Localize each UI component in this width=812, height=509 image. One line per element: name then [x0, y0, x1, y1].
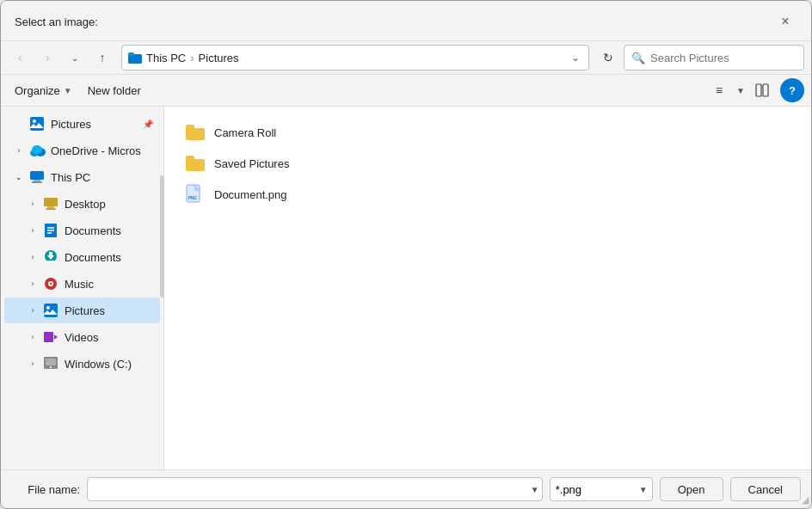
search-box: 🔍: [624, 45, 804, 71]
svg-rect-2: [756, 84, 761, 96]
address-path: This PC › Pictures: [146, 52, 564, 64]
documents-icon: [42, 222, 59, 239]
folder-icon-camera-roll: [185, 122, 206, 143]
search-icon: 🔍: [631, 52, 645, 64]
png-file-icon: PNG: [185, 184, 206, 205]
resize-handle[interactable]: ◢: [802, 494, 809, 506]
expand-arrow-thispc: ⌄: [11, 173, 27, 181]
sidebar-item-documents[interactable]: › Documents: [4, 218, 160, 243]
main-content: Pictures 📌 › OneDrive - Micros ⌄: [1, 107, 811, 469]
organize-label: Organize: [15, 84, 60, 97]
svg-point-31: [50, 366, 52, 368]
sidebar-label-pictures-pinned: Pictures: [51, 118, 141, 131]
windows-icon: [42, 355, 59, 372]
svg-rect-1: [128, 52, 134, 56]
file-item-document-png[interactable]: PNG Document.png: [178, 179, 797, 210]
pin-icon: 📌: [143, 120, 153, 129]
pictures-pc-icon: [42, 302, 59, 319]
svg-rect-13: [47, 206, 54, 208]
help-button[interactable]: ?: [780, 78, 804, 102]
filename-input[interactable]: [87, 477, 543, 501]
svg-point-27: [46, 306, 50, 310]
view-dropdown-button[interactable]: ▼: [733, 78, 748, 102]
refresh-button[interactable]: ↻: [596, 46, 620, 70]
svg-rect-11: [32, 181, 42, 183]
svg-rect-10: [34, 180, 40, 181]
videos-icon: [42, 328, 59, 346]
address-thispc[interactable]: This PC: [146, 52, 186, 64]
pictures-icon: [28, 115, 46, 132]
filename-wrapper: ▼: [87, 477, 543, 501]
svg-rect-9: [30, 171, 44, 180]
sidebar-item-pictures-pinned[interactable]: Pictures 📌: [4, 111, 160, 137]
svg-text:PNG: PNG: [188, 196, 197, 200]
sidebar-label-desktop: Desktop: [65, 198, 153, 211]
actionbar: Organize ▼ New folder ≡ ▼ ?: [1, 75, 811, 107]
sidebar-item-onedrive[interactable]: › OneDrive - Micros: [4, 138, 160, 163]
onedrive-icon: [28, 142, 46, 159]
sidebar-label-onedrive: OneDrive - Micros: [51, 144, 153, 157]
sidebar-container: Pictures 📌 › OneDrive - Micros ⌄: [1, 107, 164, 469]
sidebar-item-thispc[interactable]: ⌄ This PC: [4, 164, 160, 190]
music-icon: [42, 275, 59, 292]
folder-icon-saved-pictures: [185, 153, 206, 174]
desktop-icon: [42, 195, 59, 212]
sidebar-item-videos[interactable]: › Videos: [4, 324, 160, 350]
file-area: Camera Roll Saved Pictures PNG Doc: [164, 107, 811, 469]
address-dropdown-button[interactable]: ⌄: [568, 50, 583, 65]
recent-button[interactable]: ⌄: [63, 46, 87, 70]
svg-rect-12: [44, 198, 58, 206]
svg-rect-26: [44, 304, 58, 317]
expand-arrow-music: ›: [25, 279, 40, 288]
sidebar-label-videos: Videos: [65, 331, 153, 344]
filetype-select[interactable]: *.png *.jpg *.bmp *.gif All files: [550, 477, 653, 501]
svg-rect-4: [30, 117, 44, 131]
svg-rect-32: [46, 359, 56, 365]
dialog-title: Select an image:: [15, 15, 98, 28]
open-button[interactable]: Open: [660, 477, 723, 501]
new-folder-label: New folder: [88, 84, 141, 97]
navbar: ‹ › ⌄ ↑ This PC › Pictures ⌄ ↻ 🔍: [1, 41, 811, 75]
expand-arrow-videos: ›: [25, 333, 40, 341]
filetype-wrapper: *.png *.jpg *.bmp *.gif All files ▼: [550, 477, 653, 501]
cancel-button[interactable]: Cancel: [730, 477, 801, 501]
svg-point-25: [50, 283, 52, 285]
search-input[interactable]: [650, 52, 797, 64]
up-button[interactable]: ↑: [90, 46, 114, 70]
sidebar-item-music[interactable]: › Music: [4, 271, 160, 297]
sidebar-label-thispc: This PC: [51, 171, 153, 184]
view-panel-button[interactable]: [749, 78, 775, 102]
file-name-camera-roll: Camera Roll: [214, 126, 276, 139]
view-list-button[interactable]: ≡: [706, 78, 732, 102]
titlebar: Select an image: ×: [1, 1, 811, 41]
filename-dropdown-button[interactable]: ▼: [531, 485, 539, 494]
sidebar-item-windows[interactable]: › Windows (C:): [4, 351, 160, 377]
file-name-document-png: Document.png: [214, 188, 287, 201]
forward-button[interactable]: ›: [35, 46, 59, 70]
sidebar-item-downloads[interactable]: › Documents: [4, 244, 160, 270]
sidebar-item-desktop[interactable]: › Desktop: [4, 191, 160, 217]
expand-arrow-onedrive: ›: [11, 146, 27, 155]
svg-rect-21: [49, 252, 52, 256]
svg-point-5: [33, 120, 36, 123]
file-name-saved-pictures: Saved Pictures: [214, 157, 289, 170]
address-folder-icon: [127, 50, 143, 65]
sidebar-item-pictures-pc[interactable]: › Pictures: [4, 297, 160, 323]
sidebar-label-downloads: Documents: [65, 251, 153, 264]
address-pictures[interactable]: Pictures: [199, 52, 239, 64]
file-item-saved-pictures[interactable]: Saved Pictures: [178, 148, 797, 179]
back-button[interactable]: ‹: [8, 46, 32, 70]
address-sep1: ›: [190, 52, 194, 64]
organize-button[interactable]: Organize ▼: [8, 81, 79, 101]
sidebar-label-music: Music: [65, 278, 153, 291]
svg-rect-3: [763, 84, 768, 96]
file-item-camera-roll[interactable]: Camera Roll: [178, 117, 797, 148]
new-folder-button[interactable]: New folder: [81, 81, 148, 101]
expand-arrow-pictures-pc: ›: [25, 306, 40, 315]
expand-arrow-desktop: ›: [25, 199, 40, 208]
close-button[interactable]: ×: [773, 9, 797, 34]
sidebar-label-windows: Windows (C:): [65, 358, 153, 371]
thispc-icon: [28, 169, 46, 186]
sidebar-scrollbar[interactable]: [160, 175, 164, 297]
address-bar: This PC › Pictures ⌄: [121, 45, 589, 71]
